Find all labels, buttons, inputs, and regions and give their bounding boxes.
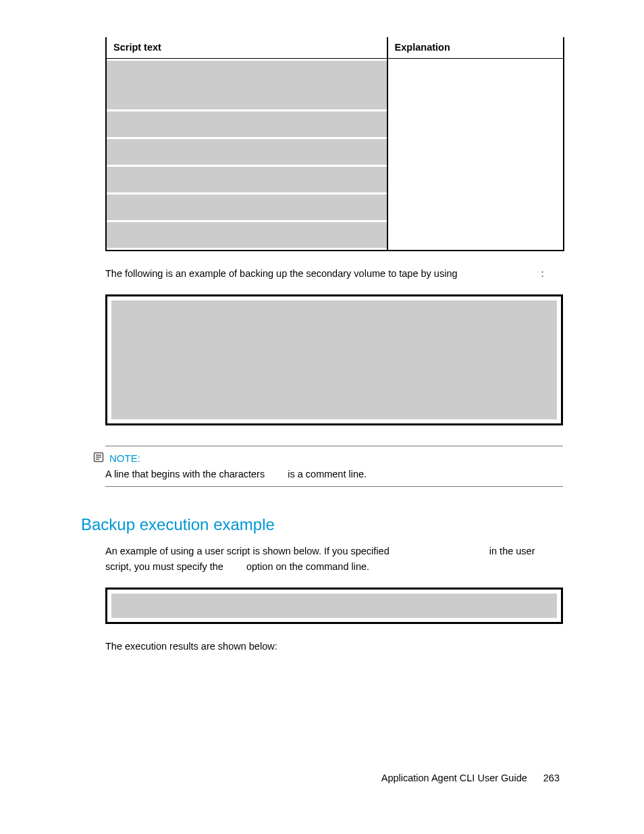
paragraph: The execution results are shown below: <box>105 639 560 654</box>
section-heading: Backup execution example <box>81 515 560 534</box>
note-label: NOTE: <box>109 452 140 464</box>
text: option on the command line. <box>246 561 369 572</box>
text: is a comment line. <box>288 469 367 479</box>
code-block <box>107 111 387 137</box>
code-frame <box>105 294 563 425</box>
page-number: 263 <box>543 773 560 783</box>
code-block <box>107 194 387 220</box>
page-footer: Application Agent CLI User Guide 263 <box>381 773 560 783</box>
text: An example of using a user script is sho… <box>105 546 390 556</box>
paragraph: An example of using a user script is sho… <box>105 544 563 574</box>
code-frame <box>105 588 563 624</box>
footer-title: Application Agent CLI User Guide <box>381 773 527 783</box>
script-table: Script text Explanation <box>105 37 564 251</box>
text: : <box>541 268 544 279</box>
table-cell-script <box>106 59 387 251</box>
note: NOTE: A line that begins with the charac… <box>105 446 563 487</box>
code-block <box>107 61 387 109</box>
code-block <box>107 167 387 192</box>
code-block <box>107 139 387 165</box>
note-icon <box>93 452 104 465</box>
text: A line that begins with the characters <box>105 469 265 479</box>
table-header-script: Script text <box>106 37 387 59</box>
text: The following is an example of backing u… <box>105 268 458 279</box>
paragraph: The following is an example of backing u… <box>105 266 560 281</box>
code-block <box>111 301 557 419</box>
code-block <box>111 594 557 618</box>
table-header-explanation: Explanation <box>387 37 564 59</box>
table-cell-explanation <box>387 59 564 251</box>
code-block <box>107 222 387 248</box>
divider <box>105 486 563 487</box>
